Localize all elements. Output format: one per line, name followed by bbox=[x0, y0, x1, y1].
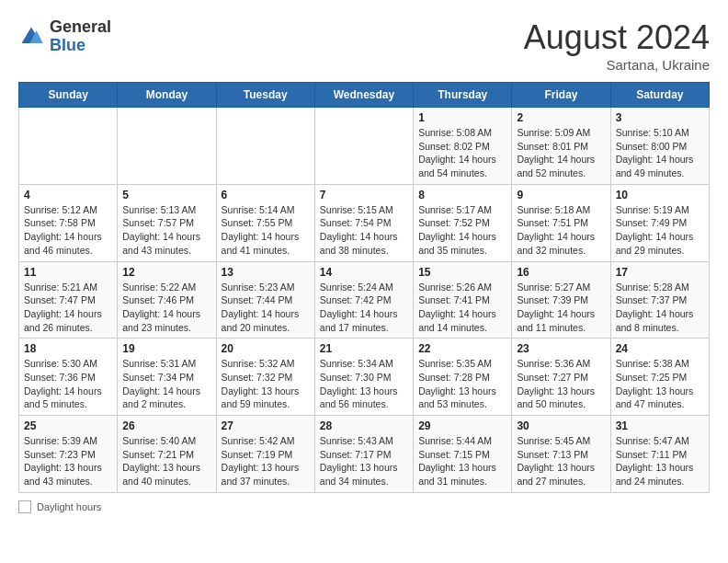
table-row: 3Sunrise: 5:10 AM Sunset: 8:00 PM Daylig… bbox=[610, 108, 709, 185]
day-info: Sunrise: 5:23 AM Sunset: 7:44 PM Dayligh… bbox=[222, 281, 310, 335]
day-number: 8 bbox=[418, 189, 506, 201]
day-number: 1 bbox=[418, 111, 506, 124]
day-info: Sunrise: 5:39 AM Sunset: 7:23 PM Dayligh… bbox=[24, 434, 112, 488]
table-row bbox=[118, 108, 216, 185]
day-info: Sunrise: 5:24 AM Sunset: 7:42 PM Dayligh… bbox=[320, 281, 408, 335]
day-info: Sunrise: 5:40 AM Sunset: 7:21 PM Dayligh… bbox=[122, 434, 210, 488]
day-number: 26 bbox=[122, 419, 210, 432]
table-row: 15Sunrise: 5:26 AM Sunset: 7:41 PM Dayli… bbox=[414, 261, 512, 339]
day-number: 24 bbox=[616, 342, 704, 355]
day-number: 10 bbox=[616, 189, 704, 201]
col-tuesday: Tuesday bbox=[216, 83, 314, 108]
logo-text: General Blue bbox=[50, 18, 111, 55]
table-row: 10Sunrise: 5:19 AM Sunset: 7:49 PM Dayli… bbox=[610, 184, 709, 261]
col-monday: Monday bbox=[118, 83, 216, 108]
day-info: Sunrise: 5:28 AM Sunset: 7:37 PM Dayligh… bbox=[616, 281, 704, 335]
calendar-week-5: 25Sunrise: 5:39 AM Sunset: 7:23 PM Dayli… bbox=[19, 416, 710, 493]
day-info: Sunrise: 5:10 AM Sunset: 8:00 PM Dayligh… bbox=[616, 126, 704, 180]
day-info: Sunrise: 5:44 AM Sunset: 7:15 PM Dayligh… bbox=[418, 434, 506, 488]
day-number: 16 bbox=[517, 266, 605, 279]
day-number: 28 bbox=[320, 419, 408, 432]
day-info: Sunrise: 5:32 AM Sunset: 7:32 PM Dayligh… bbox=[222, 357, 310, 411]
day-info: Sunrise: 5:36 AM Sunset: 7:27 PM Dayligh… bbox=[517, 357, 605, 411]
table-row: 13Sunrise: 5:23 AM Sunset: 7:44 PM Dayli… bbox=[216, 261, 314, 339]
day-info: Sunrise: 5:47 AM Sunset: 7:11 PM Dayligh… bbox=[616, 434, 704, 488]
day-number: 6 bbox=[222, 189, 310, 201]
month-title: August 2024 bbox=[524, 18, 710, 57]
day-info: Sunrise: 5:27 AM Sunset: 7:39 PM Dayligh… bbox=[517, 281, 605, 335]
col-saturday: Saturday bbox=[610, 83, 709, 108]
day-info: Sunrise: 5:15 AM Sunset: 7:54 PM Dayligh… bbox=[320, 203, 408, 258]
table-row: 24Sunrise: 5:38 AM Sunset: 7:25 PM Dayli… bbox=[610, 339, 709, 416]
day-info: Sunrise: 5:19 AM Sunset: 7:49 PM Dayligh… bbox=[616, 203, 704, 258]
day-number: 7 bbox=[320, 189, 408, 201]
day-number: 22 bbox=[418, 342, 506, 355]
table-row: 30Sunrise: 5:45 AM Sunset: 7:13 PM Dayli… bbox=[512, 416, 610, 493]
day-number: 21 bbox=[320, 342, 408, 355]
location: Sartana, Ukraine bbox=[524, 57, 710, 73]
calendar-week-2: 4Sunrise: 5:12 AM Sunset: 7:58 PM Daylig… bbox=[19, 184, 710, 261]
calendar-week-3: 11Sunrise: 5:21 AM Sunset: 7:47 PM Dayli… bbox=[19, 261, 710, 339]
day-number: 30 bbox=[517, 419, 605, 432]
calendar-header: Sunday Monday Tuesday Wednesday Thursday… bbox=[19, 83, 710, 108]
col-wednesday: Wednesday bbox=[314, 83, 413, 108]
day-number: 19 bbox=[122, 342, 210, 355]
table-row: 31Sunrise: 5:47 AM Sunset: 7:11 PM Dayli… bbox=[610, 416, 709, 493]
table-row: 6Sunrise: 5:14 AM Sunset: 7:55 PM Daylig… bbox=[216, 184, 314, 261]
table-row: 25Sunrise: 5:39 AM Sunset: 7:23 PM Dayli… bbox=[19, 416, 118, 493]
title-block: August 2024 Sartana, Ukraine bbox=[524, 18, 710, 73]
table-row bbox=[19, 108, 118, 185]
table-row: 18Sunrise: 5:30 AM Sunset: 7:36 PM Dayli… bbox=[19, 339, 118, 416]
table-row: 9Sunrise: 5:18 AM Sunset: 7:51 PM Daylig… bbox=[512, 184, 610, 261]
day-info: Sunrise: 5:35 AM Sunset: 7:28 PM Dayligh… bbox=[418, 357, 506, 411]
day-number: 17 bbox=[616, 266, 704, 279]
table-row: 21Sunrise: 5:34 AM Sunset: 7:30 PM Dayli… bbox=[314, 339, 413, 416]
calendar-table: Sunday Monday Tuesday Wednesday Thursday… bbox=[18, 82, 710, 493]
day-info: Sunrise: 5:45 AM Sunset: 7:13 PM Dayligh… bbox=[517, 434, 605, 488]
header-row: Sunday Monday Tuesday Wednesday Thursday… bbox=[19, 83, 710, 108]
day-number: 23 bbox=[517, 342, 605, 355]
footer-label: Daylight hours bbox=[37, 501, 101, 512]
calendar-body: 1Sunrise: 5:08 AM Sunset: 8:02 PM Daylig… bbox=[19, 108, 710, 493]
table-row: 23Sunrise: 5:36 AM Sunset: 7:27 PM Dayli… bbox=[512, 339, 610, 416]
table-row: 8Sunrise: 5:17 AM Sunset: 7:52 PM Daylig… bbox=[414, 184, 512, 261]
day-info: Sunrise: 5:21 AM Sunset: 7:47 PM Dayligh… bbox=[24, 281, 112, 335]
day-info: Sunrise: 5:13 AM Sunset: 7:57 PM Dayligh… bbox=[122, 203, 210, 258]
table-row: 5Sunrise: 5:13 AM Sunset: 7:57 PM Daylig… bbox=[118, 184, 216, 261]
day-number: 4 bbox=[24, 189, 112, 201]
day-info: Sunrise: 5:30 AM Sunset: 7:36 PM Dayligh… bbox=[24, 357, 112, 411]
table-row: 11Sunrise: 5:21 AM Sunset: 7:47 PM Dayli… bbox=[19, 261, 118, 339]
day-number: 18 bbox=[24, 342, 112, 355]
table-row: 7Sunrise: 5:15 AM Sunset: 7:54 PM Daylig… bbox=[314, 184, 413, 261]
day-info: Sunrise: 5:31 AM Sunset: 7:34 PM Dayligh… bbox=[122, 357, 210, 411]
day-info: Sunrise: 5:34 AM Sunset: 7:30 PM Dayligh… bbox=[320, 357, 408, 411]
table-row: 12Sunrise: 5:22 AM Sunset: 7:46 PM Dayli… bbox=[118, 261, 216, 339]
table-row: 19Sunrise: 5:31 AM Sunset: 7:34 PM Dayli… bbox=[118, 339, 216, 416]
table-row: 1Sunrise: 5:08 AM Sunset: 8:02 PM Daylig… bbox=[414, 108, 512, 185]
logo: General Blue bbox=[18, 18, 111, 55]
logo-icon bbox=[18, 24, 44, 50]
day-number: 20 bbox=[222, 342, 310, 355]
table-row: 2Sunrise: 5:09 AM Sunset: 8:01 PM Daylig… bbox=[512, 108, 610, 185]
day-info: Sunrise: 5:42 AM Sunset: 7:19 PM Dayligh… bbox=[222, 434, 310, 488]
day-number: 29 bbox=[418, 419, 506, 432]
table-row: 20Sunrise: 5:32 AM Sunset: 7:32 PM Dayli… bbox=[216, 339, 314, 416]
day-info: Sunrise: 5:08 AM Sunset: 8:02 PM Dayligh… bbox=[418, 126, 506, 180]
table-row: 22Sunrise: 5:35 AM Sunset: 7:28 PM Dayli… bbox=[414, 339, 512, 416]
col-thursday: Thursday bbox=[414, 83, 512, 108]
footer-box bbox=[18, 500, 31, 513]
day-info: Sunrise: 5:38 AM Sunset: 7:25 PM Dayligh… bbox=[616, 357, 704, 411]
day-number: 9 bbox=[517, 189, 605, 201]
day-info: Sunrise: 5:26 AM Sunset: 7:41 PM Dayligh… bbox=[418, 281, 506, 335]
day-number: 11 bbox=[24, 266, 112, 279]
table-row: 29Sunrise: 5:44 AM Sunset: 7:15 PM Dayli… bbox=[414, 416, 512, 493]
day-number: 3 bbox=[616, 111, 704, 124]
day-info: Sunrise: 5:09 AM Sunset: 8:01 PM Dayligh… bbox=[517, 126, 605, 180]
day-number: 2 bbox=[517, 111, 605, 124]
day-info: Sunrise: 5:14 AM Sunset: 7:55 PM Dayligh… bbox=[222, 203, 310, 258]
table-row: 28Sunrise: 5:43 AM Sunset: 7:17 PM Dayli… bbox=[314, 416, 413, 493]
page-header: General Blue August 2024 Sartana, Ukrain… bbox=[18, 18, 710, 73]
table-row: 16Sunrise: 5:27 AM Sunset: 7:39 PM Dayli… bbox=[512, 261, 610, 339]
calendar-week-4: 18Sunrise: 5:30 AM Sunset: 7:36 PM Dayli… bbox=[19, 339, 710, 416]
day-number: 5 bbox=[122, 189, 210, 201]
